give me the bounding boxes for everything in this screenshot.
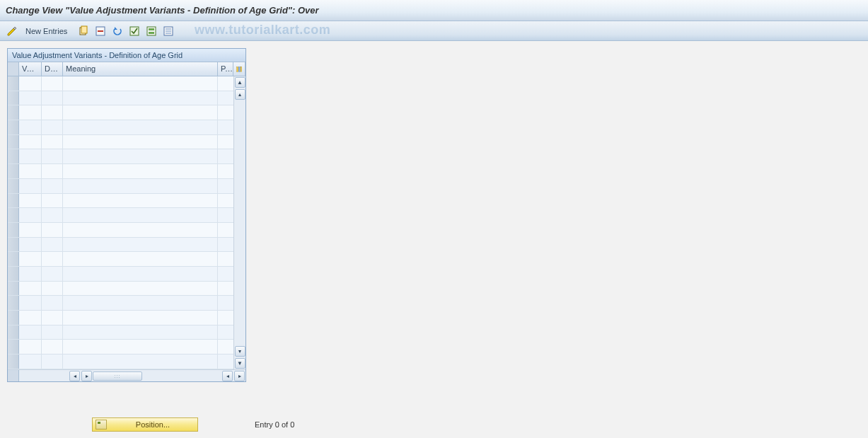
cell-va[interactable] [19, 179, 42, 193]
row-selector[interactable] [8, 179, 19, 193]
cell-da[interactable] [42, 208, 63, 222]
table-row[interactable] [8, 238, 233, 253]
cell-va[interactable] [19, 149, 42, 163]
cell-p[interactable] [218, 164, 233, 178]
cell-p[interactable] [218, 120, 233, 134]
cell-p[interactable] [218, 135, 233, 149]
scroll-up-icon[interactable]: ▲ [235, 77, 245, 88]
table-row[interactable] [8, 340, 233, 355]
row-selector[interactable] [8, 149, 19, 163]
table-row[interactable] [8, 91, 233, 106]
cell-meaning[interactable] [63, 194, 218, 208]
table-row[interactable] [8, 355, 233, 369]
configure-columns-icon[interactable] [233, 62, 245, 76]
cell-da[interactable] [42, 282, 63, 296]
cell-da[interactable] [42, 223, 63, 237]
row-selector[interactable] [8, 223, 19, 237]
cell-meaning[interactable] [63, 340, 218, 354]
table-row[interactable] [8, 311, 233, 325]
cell-va[interactable] [19, 252, 42, 266]
row-selector[interactable] [8, 340, 19, 354]
cell-p[interactable] [218, 238, 233, 252]
column-header-p[interactable]: P... [218, 62, 233, 76]
cell-meaning[interactable] [63, 149, 218, 163]
cell-meaning[interactable] [63, 238, 218, 252]
horizontal-scrollbar[interactable]: ◂ ▸ ::: ◂ ▸ [8, 369, 245, 381]
row-selector[interactable] [8, 311, 19, 325]
cell-da[interactable] [42, 238, 63, 252]
cell-meaning[interactable] [63, 91, 218, 105]
cell-da[interactable] [42, 179, 63, 193]
cell-da[interactable] [42, 311, 63, 325]
cell-p[interactable] [218, 223, 233, 237]
table-row[interactable] [8, 194, 233, 209]
cell-p[interactable] [218, 208, 233, 222]
table-row[interactable] [8, 76, 233, 91]
cell-p[interactable] [218, 296, 233, 310]
table-row[interactable] [8, 208, 233, 223]
cell-da[interactable] [42, 91, 63, 105]
cell-da[interactable] [42, 135, 63, 149]
cell-meaning[interactable] [63, 252, 218, 266]
cell-meaning[interactable] [63, 282, 218, 296]
row-selector[interactable] [8, 76, 19, 91]
delete-icon[interactable] [93, 24, 108, 38]
cell-meaning[interactable] [63, 311, 218, 325]
cell-p[interactable] [218, 311, 233, 325]
cell-va[interactable] [19, 267, 42, 281]
cell-da[interactable] [42, 340, 63, 354]
cell-da[interactable] [42, 267, 63, 281]
row-selector[interactable] [8, 267, 19, 281]
cell-meaning[interactable] [63, 164, 218, 178]
column-header-da[interactable]: Da... [42, 62, 63, 76]
vertical-scrollbar[interactable]: ▲ ▴ ▾ ▼ [233, 76, 245, 369]
cell-va[interactable] [19, 355, 42, 369]
cell-va[interactable] [19, 340, 42, 354]
scroll-left-icon[interactable]: ▸ [81, 371, 92, 381]
cell-meaning[interactable] [63, 296, 218, 310]
cell-p[interactable] [218, 252, 233, 266]
row-selector[interactable] [8, 252, 19, 266]
cell-p[interactable] [218, 267, 233, 281]
row-selector[interactable] [8, 91, 19, 105]
cell-va[interactable] [19, 325, 42, 340]
cell-va[interactable] [19, 238, 42, 252]
cell-p[interactable] [218, 149, 233, 163]
new-entries-button[interactable]: New Entries [21, 25, 71, 37]
table-row[interactable] [8, 252, 233, 267]
table-row[interactable] [8, 223, 233, 238]
cell-da[interactable] [42, 325, 63, 340]
cell-va[interactable] [19, 208, 42, 222]
cell-meaning[interactable] [63, 325, 218, 340]
row-selector[interactable] [8, 238, 19, 252]
cell-da[interactable] [42, 164, 63, 178]
cell-meaning[interactable] [63, 223, 218, 237]
cell-p[interactable] [218, 105, 233, 120]
cell-va[interactable] [19, 164, 42, 178]
cell-p[interactable] [218, 355, 233, 369]
scroll-right-end-icon[interactable]: ▸ [234, 371, 245, 381]
cell-p[interactable] [218, 340, 233, 354]
cell-va[interactable] [19, 194, 42, 208]
table-row[interactable] [8, 164, 233, 179]
cell-da[interactable] [42, 296, 63, 310]
row-selector[interactable] [8, 120, 19, 134]
cell-da[interactable] [42, 76, 63, 91]
cell-da[interactable] [42, 194, 63, 208]
cell-da[interactable] [42, 355, 63, 369]
cell-va[interactable] [19, 76, 42, 91]
cell-da[interactable] [42, 105, 63, 120]
select-all-icon[interactable] [127, 24, 142, 38]
cell-va[interactable] [19, 135, 42, 149]
table-row[interactable] [8, 179, 233, 194]
table-row[interactable] [8, 296, 233, 311]
cell-va[interactable] [19, 311, 42, 325]
position-button[interactable]: Position... [92, 417, 198, 432]
row-selector[interactable] [8, 194, 19, 208]
row-selector[interactable] [8, 282, 19, 296]
scroll-up-step-icon[interactable]: ▴ [235, 89, 245, 100]
select-block-icon[interactable] [144, 24, 159, 38]
change-display-icon[interactable] [4, 24, 20, 38]
undo-change-icon[interactable] [110, 24, 125, 38]
cell-p[interactable] [218, 76, 233, 91]
